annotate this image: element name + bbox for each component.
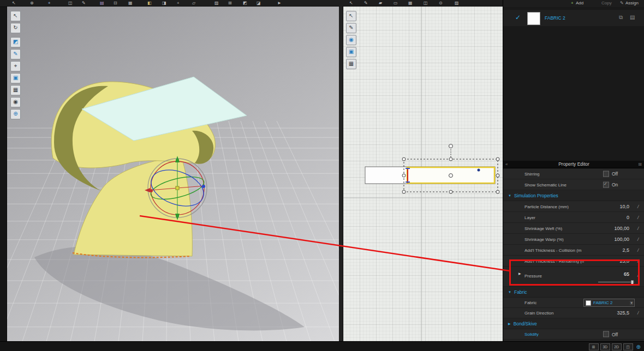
select-tool-icon[interactable]: ↖ (12, 0, 16, 7)
fabric-swatch[interactable] (527, 12, 540, 25)
schematic-line-checkbox[interactable] (603, 181, 609, 187)
shirring-checkbox[interactable] (603, 171, 609, 177)
select-icon[interactable]: ↖ (346, 11, 356, 21)
avatar-icon[interactable]: ◩ (10, 37, 21, 47)
handle-right-mid[interactable] (496, 174, 499, 177)
handle-center[interactable] (449, 174, 453, 178)
stylize-icon[interactable]: ◉ (10, 97, 21, 107)
fabric-drape-3d[interactable] (74, 156, 192, 256)
row-show-schematic-line[interactable]: Show Schematic Line On (503, 179, 644, 190)
slider-pen-icon[interactable]: / (637, 310, 640, 316)
fabric-list-item[interactable]: ✓ FABRIC 2 ⧉ ▤ (503, 10, 644, 26)
row-particle-distance[interactable]: Particle Distance (mm) 10,0 / (503, 201, 644, 212)
collapse-panel-icon[interactable]: « (505, 161, 508, 168)
row-shrinkage-warp[interactable]: Shrinkage Warp (%) 100,00 / (503, 234, 644, 245)
segment-sew-icon[interactable]: ◧ (147, 0, 152, 7)
handle-bottom-left[interactable] (402, 190, 406, 193)
view-3d-button[interactable]: 3D (600, 343, 610, 350)
handle-bottom-mid[interactable] (449, 190, 452, 193)
pattern-tool-icon[interactable]: ▤ (100, 0, 104, 7)
zoom-tool-icon[interactable]: ⊕ (30, 0, 34, 7)
2d-notch-icon[interactable]: ◫ (424, 0, 428, 7)
texture-tool-icon[interactable]: ▨ (214, 0, 219, 7)
globe-icon[interactable]: ⊕ (636, 344, 641, 350)
shrinkage-warp-input[interactable]: 100,00 (595, 237, 629, 242)
show-fabric-icon[interactable]: ▣ (10, 73, 21, 83)
panel-menu-icon[interactable]: ⊞ (638, 161, 642, 168)
transform-tool-icon[interactable]: ⊡ (114, 0, 117, 7)
pin-icon[interactable]: ⌖ (10, 61, 21, 71)
pressure-input[interactable]: 65 (595, 271, 629, 277)
pan-tool-icon[interactable]: ⌖ (48, 0, 51, 7)
view-2d-button[interactable]: 2D (612, 343, 622, 350)
slider-pen-icon[interactable]: / (637, 258, 640, 263)
rotation-handle[interactable] (449, 144, 453, 148)
section-bond-skive[interactable]: ▶ Bond/Skive (503, 318, 644, 329)
row-layer[interactable]: Layer 0 / (503, 212, 644, 223)
simulate-icon[interactable]: ► (277, 0, 282, 7)
slider-pen-icon[interactable]: / (637, 236, 640, 241)
row-pressure[interactable]: ▶ Pressure 65 / (503, 267, 644, 287)
layout-button[interactable]: ◫ (623, 343, 633, 350)
sewing-tool-icon[interactable]: ▦ (128, 0, 133, 7)
assign-fabric-button[interactable]: Assign (625, 1, 639, 5)
edit-pattern-icon[interactable]: ✎ (346, 23, 356, 33)
handle-top-right[interactable] (496, 158, 499, 161)
2d-texture-icon[interactable]: ▨ (455, 0, 459, 7)
2d-sew-icon[interactable]: ▦ (408, 0, 413, 7)
show-pattern-icon[interactable]: ▣ (346, 47, 356, 57)
handle-bottom-right[interactable] (496, 190, 499, 193)
row-grain-direction[interactable]: Grain Direction 325,5 / (503, 308, 644, 318)
section-simulation-properties[interactable]: ▼ Simulation Properties (503, 190, 644, 201)
thickness-collision-input[interactable]: 2,5 (595, 247, 629, 253)
grain-direction-input[interactable]: 325,5 (595, 310, 629, 316)
row-fabric[interactable]: Fabric FABRIC 2 ▾ (503, 298, 644, 308)
fold-tool-icon[interactable]: ◪ (257, 0, 261, 7)
pen-tool-icon[interactable]: ✎ (82, 0, 86, 7)
globe-icon[interactable]: ⊕ (10, 109, 21, 119)
measure-tool-icon[interactable]: ▱ (192, 0, 195, 7)
grid-icon[interactable]: ▦ (346, 59, 356, 69)
thickness-rendering-input[interactable]: 25,0 (595, 258, 629, 264)
notch-tool-icon[interactable]: ◩ (243, 0, 247, 7)
pattern-point[interactable] (478, 169, 480, 172)
brush-icon[interactable]: ✎ (10, 49, 21, 59)
row-solidify[interactable]: Solidify Off (503, 329, 644, 340)
mesh-icon[interactable]: ▦ (10, 85, 21, 95)
delete-icon[interactable]: ▤ (630, 14, 635, 20)
slider-pen-icon[interactable]: / (637, 203, 640, 209)
slider-pen-icon[interactable]: / (637, 225, 640, 231)
triangle-right-icon[interactable]: ▶ (518, 271, 521, 275)
2d-edit-icon[interactable]: ✎ (364, 0, 368, 7)
grade-tool-icon[interactable]: ⊞ (228, 0, 232, 7)
particle-distance-input[interactable]: 10,0 (595, 204, 629, 209)
2d-select-icon[interactable]: ↖ (349, 0, 353, 7)
add-fabric-button[interactable]: Add (576, 1, 583, 5)
2d-viewport[interactable]: ↖✎◉▣▦ (343, 7, 503, 341)
select-icon[interactable]: ↖ (10, 11, 21, 21)
slider-handle[interactable] (631, 280, 634, 285)
handle-top-left[interactable] (402, 158, 406, 161)
shrinkage-weft-input[interactable]: 100,00 (595, 226, 629, 231)
slider-pen-icon[interactable]: / (637, 214, 640, 220)
row-thickness-rendering[interactable]: Add'l Thickness - Rendering (n 25,0 / (503, 256, 644, 267)
show-3d-icon[interactable]: ◉ (346, 35, 356, 45)
duplicate-icon[interactable]: ⧉ (619, 14, 623, 21)
row-thickness-collision[interactable]: Add'l Thickness - Collision (m 2,5 / (503, 245, 644, 256)
viewport-divider[interactable] (339, 7, 343, 341)
row-shirring[interactable]: Shirring Off (503, 168, 644, 179)
section-fabric[interactable]: ▼ Fabric (503, 287, 644, 298)
3d-viewport[interactable]: ↖↻◩✎⌖▣▦◉⊕ (7, 7, 339, 341)
pin-tool-icon[interactable]: + (177, 0, 180, 7)
handle-left-mid[interactable] (402, 174, 406, 177)
fabric-dropdown[interactable]: FABRIC 2 ▾ (583, 299, 635, 307)
slider-pen-icon[interactable]: / (637, 273, 640, 278)
handle-top-mid[interactable] (449, 158, 452, 161)
orbit-icon[interactable]: ↻ (10, 23, 21, 33)
slider-pen-icon[interactable]: / (637, 247, 640, 252)
snapshot-button[interactable]: ⊞ (589, 343, 599, 350)
row-shrinkage-weft[interactable]: Shrinkage Weft (%) 100,00 / (503, 223, 644, 234)
2d-grain-icon[interactable]: ⊙ (439, 0, 443, 7)
layer-input[interactable]: 0 (595, 215, 629, 220)
free-sew-icon[interactable]: ◨ (162, 0, 166, 7)
